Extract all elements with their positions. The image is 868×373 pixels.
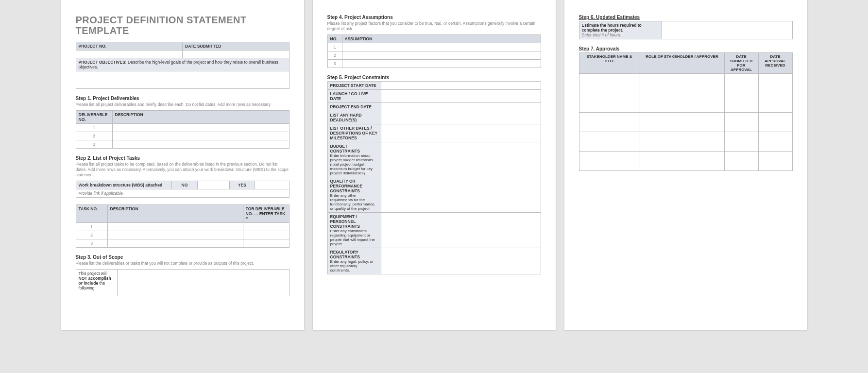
estimate-cell[interactable] <box>662 21 792 39</box>
table-cell[interactable] <box>640 74 724 93</box>
table-cell[interactable] <box>112 140 289 149</box>
deliv-col2: DESCRIPTION <box>112 111 289 124</box>
constraint-label: LAUNCH / GO-LIVE DATE <box>330 91 368 101</box>
constraint-label: BUDGET CONSTRAINTSEnter information abou… <box>327 142 381 177</box>
step6-title: Step 6. Updated Estimates <box>579 15 793 20</box>
step3-title: Step 3. Out of Scope <box>76 254 289 260</box>
wbs-yes: YES <box>238 183 246 187</box>
table-cell[interactable] <box>381 103 541 111</box>
table-cell[interactable] <box>579 113 640 132</box>
table-cell[interactable] <box>579 132 640 152</box>
step5-title: Step 5. Project Constraints <box>327 75 541 80</box>
table-cell[interactable] <box>381 82 541 90</box>
date-submitted-cell[interactable] <box>183 51 289 58</box>
page-3: Step 6. Updated Estimates Estimate the h… <box>564 0 807 330</box>
table-cell[interactable] <box>381 248 541 274</box>
table-cell[interactable] <box>758 152 792 171</box>
table-row: 3 <box>76 239 107 248</box>
table-cell[interactable] <box>381 177 541 213</box>
table-cell[interactable] <box>342 43 541 51</box>
table-cell[interactable] <box>758 113 792 132</box>
step4-title: Step 4. Project Assumptions <box>327 15 541 20</box>
scope-table: This project will NOT accomplish or incl… <box>76 269 289 296</box>
table-cell[interactable] <box>579 93 640 113</box>
table-cell[interactable] <box>724 132 758 152</box>
table-cell[interactable] <box>640 93 724 113</box>
task-col1: TASK NO. <box>76 205 107 223</box>
table-row: 2 <box>327 51 342 60</box>
assumptions-table: NO. ASSUMPTION 1 2 3 <box>327 34 541 68</box>
table-cell[interactable] <box>107 223 243 231</box>
table-cell[interactable] <box>243 231 289 239</box>
table-cell[interactable] <box>381 124 541 142</box>
table-cell[interactable] <box>758 93 792 113</box>
deliverables-table: DELIVERABLE NO. DESCRIPTION 1 2 3 <box>76 110 289 149</box>
table-cell[interactable] <box>107 231 243 239</box>
table-cell[interactable] <box>724 113 758 132</box>
doc-title: PROJECT DEFINITION STATEMENT TEMPLATE <box>76 15 289 36</box>
table-row: 2 <box>76 132 112 140</box>
task-col2: DESCRIPTION <box>107 205 243 223</box>
wbs-no: NO <box>182 183 188 187</box>
estimate-label: Estimate the hours required to complete … <box>579 21 662 39</box>
page-2: Step 4. Project Assumptions Please list … <box>313 0 556 330</box>
task-col3: FOR DELIVERABLE NO. … ENTER TASK # <box>243 205 289 223</box>
project-no-header: PROJECT NO. <box>76 42 183 51</box>
wbs-link[interactable]: Provide link if applicable. <box>76 189 289 198</box>
step3-desc: Please list the deliverables or tasks th… <box>76 261 289 266</box>
objectives-label: PROJECT OBJECTIVES: <box>79 60 127 65</box>
table-cell[interactable] <box>758 132 792 152</box>
table-cell[interactable] <box>112 132 289 140</box>
step1-title: Step 1. Project Deliverables <box>76 96 289 101</box>
step2-desc: Please list all project tasks to be comp… <box>76 162 289 178</box>
step4-desc: Please list any project factors that you… <box>327 21 541 32</box>
table-cell[interactable] <box>342 60 541 68</box>
wbs-no-cell[interactable] <box>197 181 229 189</box>
date-submitted-header: DATE SUBMITTED <box>183 42 289 51</box>
constraint-label: LIST OTHER DATES / DESCRIPTIONS OF KEY M… <box>330 126 378 140</box>
table-cell[interactable] <box>579 74 640 93</box>
objectives-header: PROJECT OBJECTIVES: Describe the high-le… <box>76 58 289 71</box>
table-row: 3 <box>327 60 342 68</box>
table-cell[interactable] <box>724 93 758 113</box>
table-cell[interactable] <box>724 152 758 171</box>
objectives-cell[interactable] <box>76 71 289 89</box>
appr-col1: STAKEHOLDER NAME & TITLE <box>579 53 640 74</box>
step2-title: Step 2. List of Project Tasks <box>76 155 289 161</box>
constraint-label: PROJECT START DATE <box>330 83 376 88</box>
wbs-label: Work breakdown structure (WBS) attached <box>79 183 163 187</box>
table-row: 3 <box>76 140 112 149</box>
table-row: 1 <box>76 223 107 231</box>
wbs-yes-cell[interactable] <box>255 181 289 189</box>
table-cell[interactable] <box>640 113 724 132</box>
appr-col3: DATE SUBMITTED FOR APPROVAL <box>724 53 758 74</box>
scope-cell[interactable] <box>117 270 289 296</box>
wbs-table: Work breakdown structure (WBS) attached … <box>76 181 289 198</box>
table-cell[interactable] <box>724 74 758 93</box>
table-cell[interactable] <box>381 111 541 124</box>
constraint-label: LIST ANY HARD DEADLINE(S) <box>330 113 362 122</box>
constraint-label: PROJECT END DATE <box>330 104 372 109</box>
table-cell[interactable] <box>381 90 541 103</box>
table-cell[interactable] <box>243 239 289 248</box>
table-cell[interactable] <box>381 142 541 177</box>
tasks-table: TASK NO. DESCRIPTION FOR DELIVERABLE NO.… <box>76 204 289 248</box>
assum-col1: NO. <box>327 35 342 43</box>
project-no-cell[interactable] <box>76 51 183 58</box>
table-cell[interactable] <box>107 239 243 248</box>
table-cell[interactable] <box>640 152 724 171</box>
table-cell[interactable] <box>381 213 541 248</box>
scope-label: This project will NOT accomplish or incl… <box>76 270 117 296</box>
table-cell[interactable] <box>579 152 640 171</box>
appr-col4: DATE APPROVAL RECEIVED <box>758 53 792 74</box>
table-cell[interactable] <box>342 51 541 60</box>
table-cell[interactable] <box>758 74 792 93</box>
constraints-table: PROJECT START DATE LAUNCH / GO-LIVE DATE… <box>327 81 541 274</box>
table-cell[interactable] <box>243 223 289 231</box>
table-cell[interactable] <box>112 124 289 132</box>
table-cell[interactable] <box>640 132 724 152</box>
table-row: 1 <box>76 124 112 132</box>
estimates-table: Estimate the hours required to complete … <box>579 21 793 39</box>
approvals-table: STAKEHOLDER NAME & TITLE ROLE OF STAKEHO… <box>579 52 793 171</box>
table-row: 2 <box>76 231 107 239</box>
